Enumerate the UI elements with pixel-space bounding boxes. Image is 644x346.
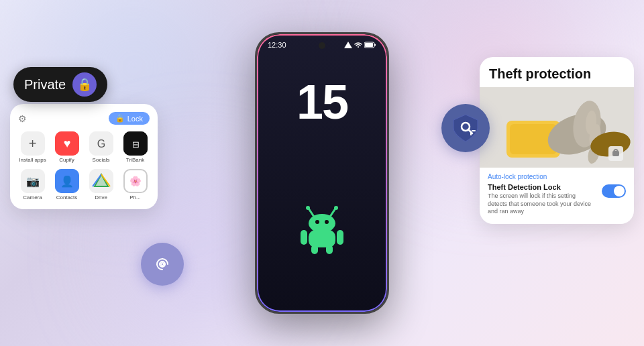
svg-rect-31 [311,245,318,254]
drawer-header: ⚙ 🔒 Lock [18,112,150,125]
svg-rect-19 [365,43,373,47]
svg-point-33 [161,263,164,266]
theft-card-bottom: Auto-lock protection Theft Detection Loc… [480,168,634,224]
app-item-drive[interactable]: Drive [87,169,115,201]
svg-point-22 [306,206,310,210]
wifi-icon [354,42,362,48]
app-item-camera[interactable]: 📷 Camera [18,169,47,201]
android-mascot [295,202,349,258]
svg-rect-29 [301,230,307,245]
drive-label: Drive [95,195,107,201]
settings-icon[interactable]: ⚙ [18,113,27,124]
svg-text:📷: 📷 [26,175,40,188]
theft-protection-card: Theft protection Auto-lock protection [480,57,634,224]
svg-point-26 [315,220,319,224]
lock-icon: 🔒 [115,114,125,123]
socials-icon: G [89,131,113,156]
svg-text:G: G [97,138,105,150]
fingerprint-bubble[interactable] [141,243,184,286]
phone-time: 12:30 [268,41,286,49]
app-drawer-card: ⚙ 🔒 Lock + Install apps ♥ Cupify [10,104,158,209]
private-pill[interactable]: Private 🔒 [13,67,107,102]
theft-detection-text: Theft Detection Lock The screen will loc… [488,183,596,216]
svg-text:⊟: ⊟ [131,139,139,150]
cupify-icon: ♥ [55,131,79,156]
svg-point-27 [325,220,329,224]
shield-key-icon [452,113,479,143]
app-item-tribank[interactable]: ⊟ TriBank [121,131,150,164]
drive-icon [89,169,113,193]
svg-text:♥: ♥ [63,137,70,150]
lock-badge[interactable]: 🔒 Lock [109,112,150,125]
battery-icon [364,42,376,48]
theft-illustration [480,87,634,168]
theft-protection-title: Theft protection [480,57,634,87]
private-lock-icon: 🔒 [72,72,97,97]
svg-point-24 [334,206,338,210]
svg-marker-17 [344,42,352,48]
svg-line-21 [309,209,314,217]
app-item-install[interactable]: + Install apps [18,131,47,164]
phone-status-icons [344,42,376,48]
private-label: Private [24,77,66,93]
svg-rect-28 [309,230,335,247]
svg-text:👤: 👤 [60,175,74,188]
theft-detection-title: Theft Detection Lock [488,183,596,191]
phone-number: 15 [297,74,347,129]
tribank-label: TriBank [126,158,144,164]
svg-rect-30 [337,230,343,245]
theft-protection-image [480,87,634,168]
lock-badge-label: Lock [127,115,143,123]
theft-detection-row: Theft Detection Lock The screen will loc… [488,183,626,216]
install-apps-label: Install apps [19,158,46,164]
svg-text:🌸: 🌸 [129,175,142,187]
svg-rect-20 [374,44,376,46]
svg-line-23 [330,209,335,217]
app-item-cupify[interactable]: ♥ Cupify [52,131,81,164]
socials-label: Socials [93,158,110,164]
svg-rect-32 [326,245,333,254]
app-grid: + Install apps ♥ Cupify G Socials [18,131,150,201]
shield-bubble[interactable] [441,104,490,152]
auto-lock-label: Auto-lock protection [488,173,626,180]
contacts-icon: 👤 [55,169,79,193]
photos-label: Ph... [129,195,140,201]
camera-label: Camera [23,195,42,201]
svg-rect-48 [612,151,619,156]
camera-icon: 📷 [21,169,45,193]
theft-detection-toggle[interactable] [602,184,626,198]
app-item-socials[interactable]: G Socials [87,131,115,164]
signal-icon [344,42,352,48]
app-item-photos[interactable]: 🌸 Ph... [121,169,150,201]
install-apps-icon: + [21,131,45,156]
contacts-label: Contacts [56,195,78,201]
photos-icon: 🌸 [123,169,148,193]
svg-point-25 [309,214,335,233]
phone-notch [319,42,325,49]
cupify-label: Cupify [59,158,74,164]
tribank-icon: ⊟ [123,131,148,156]
fingerprint-icon [150,252,174,276]
theft-detection-description: The screen will lock if this setting det… [488,192,596,216]
app-item-contacts[interactable]: 👤 Contacts [52,169,81,201]
phone-device: 12:30 15 [255,32,389,314]
